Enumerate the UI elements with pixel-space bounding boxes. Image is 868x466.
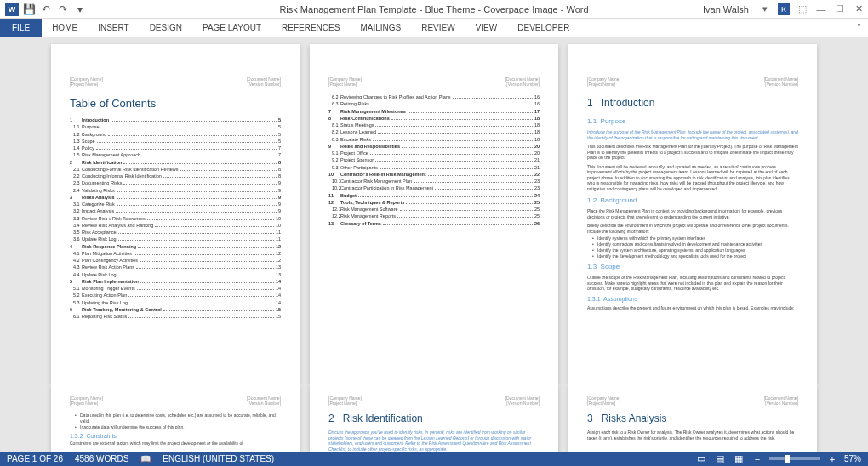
toc-entry[interactable]: 10Contractor's Role in Risk Management22 [328, 171, 540, 178]
qat-more-icon[interactable]: ▾ [73, 3, 87, 16]
toc-entry[interactable]: 5Risk Plan Implementation14 [70, 278, 281, 285]
toc-entry[interactable]: 1.3Scope5 [70, 138, 281, 145]
toc-entry[interactable]: 5.2Executing Action Plan14 [70, 292, 281, 298]
toc-entry[interactable]: 5.1Monitoring Trigger Events14 [70, 285, 281, 292]
toc-entry[interactable]: 6Risk Tracking, Monitoring & Control15 [70, 306, 281, 313]
toc-entry[interactable]: 10.1Contractor Risk Management Plan23 [328, 178, 540, 185]
toc-entry[interactable]: 4.1Plan Mitigation Activities12 [70, 250, 281, 257]
status-proof-icon[interactable]: 📖 [140, 454, 151, 463]
toc-entry[interactable]: 12.2Risk Management Reports25 [328, 213, 540, 219]
toc-entry[interactable]: 12.1Risk Management Software25 [328, 206, 540, 213]
toc-entry[interactable]: 2.2Conducting Informal Risk Identificati… [70, 173, 281, 179]
ribbon-options-icon[interactable]: ⬚ [797, 3, 808, 14]
toc-entry[interactable]: 8.2Lessons Learned18 [328, 128, 540, 135]
view-web-icon[interactable]: ▦ [732, 453, 745, 464]
toc-list-cont: 6.2Reviewing Changes to Risk Profiles an… [328, 94, 540, 227]
status-page[interactable]: PAGE 1 OF 26 [7, 454, 63, 463]
toc-entry[interactable]: 1.4Policy7 [70, 145, 281, 151]
close-icon[interactable]: ✕ [853, 3, 865, 14]
heading-risk-identification: 2Risk Identification [328, 412, 540, 424]
tab-home[interactable]: HOME [42, 19, 88, 37]
toc-entry[interactable]: 9.3Other Participants21 [328, 164, 540, 171]
zoom-level[interactable]: 57% [844, 454, 861, 463]
body-text: This document will be reviewed [annually… [587, 164, 798, 192]
bullet-item: Inaccurate data will undermine the succe… [70, 424, 281, 430]
toc-entry[interactable]: 2Risk Identification8 [70, 159, 281, 166]
status-language[interactable]: ENGLISH (UNITED STATES) [163, 454, 274, 463]
undo-icon[interactable]: ↶ [39, 3, 53, 16]
user-menu-icon[interactable]: ▾ [759, 3, 771, 14]
toc-entry[interactable]: 2.1Conducting Formal Risk Identification… [70, 166, 281, 173]
toc-entry[interactable]: 1.1Purpose5 [70, 123, 281, 130]
heading-introduction: 1Introduction [587, 97, 798, 109]
toc-entry[interactable]: 12Tools, Techniques & Reports25 [328, 199, 540, 206]
page-6[interactable]: [Company Name][Project Name] [Document N… [568, 384, 817, 452]
status-words[interactable]: 4586 WORDS [75, 454, 128, 463]
toc-entry[interactable]: 1.5Risk Management Approach7 [70, 151, 281, 158]
toc-entry[interactable]: 4.4Update Risk Log13 [70, 271, 281, 278]
toc-entry[interactable]: 8.3Escalate Risks18 [328, 136, 540, 143]
toc-entry[interactable]: 8.1Status Meetings18 [328, 122, 540, 128]
toc-entry[interactable]: 4.2Plan Contingency Activities12 [70, 257, 281, 264]
view-read-icon[interactable]: ▭ [694, 453, 708, 464]
page-4[interactable]: [Company Name][Project Name] [Document N… [51, 384, 300, 452]
user-badge[interactable]: K [778, 3, 790, 15]
tab-insert[interactable]: INSERT [88, 19, 140, 37]
toc-entry[interactable]: 6.2Reviewing Changes to Risk Profiles an… [328, 94, 540, 100]
toc-entry[interactable]: 7Risk Management Milestones17 [328, 108, 540, 115]
redo-icon[interactable]: ↷ [56, 3, 70, 16]
body-text: Introduce the purpose of the Risk Manage… [587, 129, 798, 140]
toc-entry[interactable]: 9.1Project Office20 [328, 150, 540, 156]
tab-view[interactable]: VIEW [465, 19, 508, 37]
bullet-item: Identify the system architecture, operat… [587, 247, 798, 253]
toc-entry[interactable]: 3Risks Analysis9 [70, 194, 281, 201]
maximize-icon[interactable]: ☐ [834, 3, 846, 14]
tab-design[interactable]: DESIGN [140, 19, 192, 37]
body-text: Discuss the approach you've used to iden… [328, 429, 540, 452]
toc-entry[interactable]: 2.4Validating Risks9 [70, 187, 281, 194]
zoom-slider[interactable] [769, 457, 820, 460]
tab-file[interactable]: FILE [0, 19, 42, 37]
word-icon: W [5, 3, 19, 16]
toc-entry[interactable]: 13Glossary of Terms26 [328, 220, 540, 227]
tab-review[interactable]: REVIEW [411, 19, 465, 37]
tab-developer[interactable]: DEVELOPER [507, 19, 580, 37]
body-text: Assign each risk to a Risk Owner for ana… [587, 429, 798, 440]
user-name[interactable]: Ivan Walsh [703, 4, 749, 14]
toc-entry[interactable]: 3.3Review Risk v Risk Tolerances10 [70, 215, 281, 222]
title-bar: W 💾 ↶ ↷ ▾ Risk Management Plan Template … [0, 0, 868, 19]
toc-entry[interactable]: 9.2Project Sponsor21 [328, 156, 540, 163]
save-icon[interactable]: 💾 [22, 3, 36, 16]
toc-entry[interactable]: 3.5Risk Acceptance11 [70, 229, 281, 236]
toc-entry[interactable]: 2.3Documenting Risks9 [70, 179, 281, 186]
body-text: Place the Risk Management Plan in contex… [587, 208, 798, 219]
toc-entry[interactable]: 5.3Updating the Risk Log14 [70, 299, 281, 306]
page-header: [Company Name][Project Name] [Document N… [328, 77, 540, 87]
tab-mailings[interactable]: MAILINGS [350, 19, 411, 37]
toc-entry[interactable]: 3.1Categorize Risk9 [70, 201, 281, 207]
document-canvas-row2[interactable]: [Company Name][Project Name] [Document N… [0, 384, 868, 452]
heading-assumptions: 1.3.1 Assumptions [587, 296, 798, 302]
toc-entry[interactable]: 9Roles and Responsibilities20 [328, 143, 540, 150]
toc-entry[interactable]: 11Budget24 [328, 192, 540, 199]
page-5[interactable]: [Company Name][Project Name] [Document N… [310, 384, 558, 452]
toc-entry[interactable]: 3.4Review Risk Analysis and Ranking10 [70, 222, 281, 229]
toc-entry[interactable]: 8Risk Communications18 [328, 115, 540, 122]
toc-entry[interactable]: 6.3Retiring Risks16 [328, 100, 540, 107]
toc-entry[interactable]: 1Introduction5 [70, 116, 281, 123]
tab-references[interactable]: REFERENCES [271, 19, 350, 37]
bullet-item: Data used in this plan (i.e. to determin… [70, 412, 281, 424]
tab-pagelayout[interactable]: PAGE LAYOUT [192, 19, 271, 37]
toc-entry[interactable]: 6.1Reporting Risk Status15 [70, 313, 281, 320]
minimize-icon[interactable]: — [815, 4, 827, 14]
toc-entry[interactable]: 3.6Update Risk Log11 [70, 236, 281, 242]
toc-entry[interactable]: 4Risk Response Planning12 [70, 243, 281, 250]
zoom-in-icon[interactable]: + [825, 454, 839, 464]
view-print-icon[interactable]: ▤ [713, 453, 727, 464]
toc-entry[interactable]: 10.2Contractor Participation in Risk Man… [328, 185, 540, 191]
ribbon-expand-icon[interactable]: ˅ [857, 23, 868, 32]
toc-entry[interactable]: 4.3Review Risk Action Plans13 [70, 264, 281, 270]
zoom-out-icon[interactable]: − [751, 454, 764, 464]
toc-entry[interactable]: 1.2Background5 [70, 131, 281, 138]
toc-entry[interactable]: 3.2Impact Analysis9 [70, 207, 281, 214]
